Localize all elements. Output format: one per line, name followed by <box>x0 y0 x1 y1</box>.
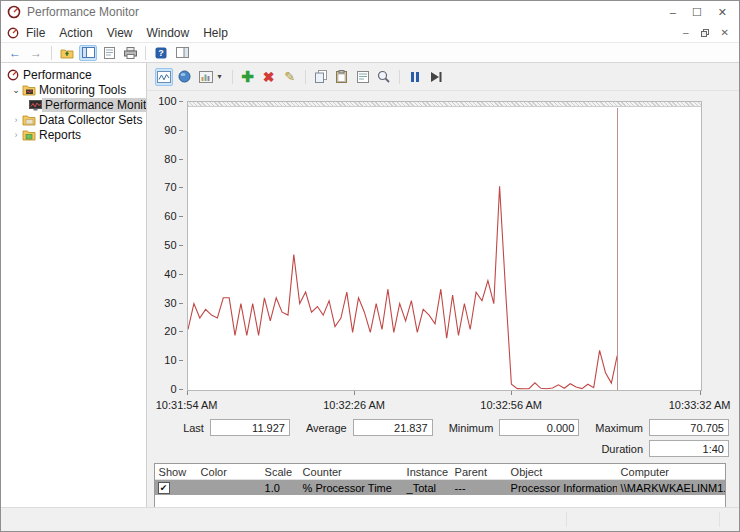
column-header-scale[interactable]: Scale <box>261 464 299 479</box>
tree-item-performance[interactable]: Performance <box>1 68 146 82</box>
x-axis: 10:31:54 AM 10:32:26 AM 10:32:56 AM 10:3… <box>187 396 702 410</box>
x-tick-label: 10:31:54 AM <box>156 399 218 411</box>
y-tick-label: 0 <box>153 383 177 395</box>
tree-item-data-collector-sets[interactable]: › Data Collector Sets <box>1 113 146 127</box>
show-console-tree-icon[interactable] <box>79 45 97 61</box>
update-data-icon[interactable] <box>427 68 445 86</box>
tree-item-performance-monitor[interactable]: Performance Monitor <box>1 98 146 112</box>
back-icon[interactable]: ← <box>6 45 24 61</box>
plot-area[interactable] <box>187 101 702 391</box>
status-bar <box>1 507 739 531</box>
y-tick-mark <box>179 303 183 304</box>
svg-text:?: ? <box>158 48 164 58</box>
y-tick-mark <box>179 101 183 102</box>
parent-cell: --- <box>451 482 507 494</box>
toolbar-separator <box>232 70 233 84</box>
column-header-instance[interactable]: Instance <box>403 464 451 479</box>
menu-window[interactable]: Window <box>140 24 197 42</box>
data-collector-sets-icon <box>21 114 36 126</box>
computer-cell: \\MARKWKAELINM1... <box>617 482 725 494</box>
maximum-label: Maximum <box>595 422 643 434</box>
x-tick-label: 10:32:26 AM <box>323 399 385 411</box>
y-tick-mark <box>179 245 183 246</box>
print-icon[interactable] <box>121 45 139 61</box>
chart-canvas <box>188 102 701 390</box>
highlight-icon[interactable]: ✎ <box>281 68 299 86</box>
chevron-right-icon[interactable]: › <box>11 130 21 140</box>
tree-item-label: Performance Monitor <box>42 98 147 112</box>
x-tick-mark <box>354 391 355 395</box>
y-tick-label: 40 <box>153 268 177 280</box>
y-tick-mark <box>179 274 183 275</box>
y-tick-label: 90 <box>153 124 177 136</box>
change-graph-type-icon[interactable] <box>197 68 215 86</box>
tree-item-label: Data Collector Sets <box>36 113 145 127</box>
counter-cell: % Processor Time <box>299 482 403 494</box>
zoom-icon[interactable] <box>375 68 393 86</box>
column-header-object[interactable]: Object <box>507 464 617 479</box>
tree-item-reports[interactable]: › Reports <box>1 128 146 142</box>
duration-label: Duration <box>601 443 643 455</box>
mdi-restore-button[interactable] <box>701 29 709 37</box>
menu-action[interactable]: Action <box>52 24 99 42</box>
maximize-button[interactable]: ☐ <box>692 6 702 19</box>
last-label: Last <box>183 422 204 434</box>
show-cell: ✔ <box>155 482 197 494</box>
window-title: Performance Monitor <box>27 5 670 19</box>
mdi-app-icon <box>7 27 19 39</box>
menu-file[interactable]: File <box>19 24 52 42</box>
paste-counter-list-icon[interactable] <box>333 68 351 86</box>
freeze-display-icon[interactable] <box>406 68 424 86</box>
status-divider <box>566 512 567 527</box>
help-icon[interactable]: ? <box>152 45 170 61</box>
add-counter-icon[interactable]: ✚ <box>239 68 257 86</box>
delete-counter-icon[interactable]: ✖ <box>260 68 278 86</box>
show-checkbox[interactable]: ✔ <box>158 482 170 494</box>
y-tick-mark <box>179 360 183 361</box>
column-header-computer[interactable]: Computer <box>617 464 725 479</box>
chevron-down-icon[interactable]: ⌄ <box>11 85 21 95</box>
properties-icon[interactable] <box>354 68 372 86</box>
column-header-show[interactable]: Show <box>155 464 197 479</box>
view-current-activity-icon[interactable] <box>155 68 173 86</box>
title-bar: Performance Monitor – ☐ ✕ <box>1 1 739 23</box>
export-list-icon[interactable] <box>100 45 118 61</box>
forward-icon[interactable]: → <box>27 45 45 61</box>
chevron-right-icon[interactable]: › <box>11 115 21 125</box>
counter-table: Show Color Scale Counter Instance Parent… <box>154 463 726 508</box>
stats-bar: Last 11.927 Average 21.837 Minimum 0.000… <box>173 419 729 457</box>
mdi-close-button[interactable]: ✕ <box>721 27 729 38</box>
graph-type-dropdown-icon[interactable]: ▾ <box>218 72 226 81</box>
minimum-value: 0.000 <box>499 419 579 436</box>
mdi-minimize-button[interactable]: – <box>683 27 689 38</box>
column-header-color[interactable]: Color <box>197 464 261 479</box>
column-header-parent[interactable]: Parent <box>451 464 507 479</box>
view-log-data-icon[interactable] <box>176 68 194 86</box>
y-tick-mark <box>179 331 183 332</box>
show-action-pane-icon[interactable] <box>173 45 191 61</box>
monitoring-tools-icon <box>21 84 36 96</box>
counter-row[interactable]: ✔ 1.0 % Processor Time _Total --- Proces… <box>155 480 725 495</box>
close-button[interactable]: ✕ <box>718 6 727 19</box>
x-tick-label: 10:32:56 AM <box>480 399 542 411</box>
up-folder-icon[interactable] <box>58 45 76 61</box>
menu-view[interactable]: View <box>100 24 140 42</box>
y-tick-label: 10 <box>153 354 177 366</box>
y-tick-label: 20 <box>153 325 177 337</box>
tree-item-monitoring-tools[interactable]: ⌄ Monitoring Tools <box>1 83 146 97</box>
performance-monitor-window: Performance Monitor – ☐ ✕ File Action Vi… <box>0 0 740 532</box>
current-position-line <box>617 108 618 390</box>
console-tree: Performance ⌄ Monitoring Tools <box>1 63 147 509</box>
tree-item-label: Monitoring Tools <box>36 83 129 97</box>
y-tick-label: 70 <box>153 181 177 193</box>
y-tick-label: 50 <box>153 239 177 251</box>
copy-properties-icon[interactable] <box>312 68 330 86</box>
tree-item-label: Reports <box>36 128 84 142</box>
y-tick-mark <box>179 187 183 188</box>
menu-help[interactable]: Help <box>196 24 235 42</box>
toolbar-separator <box>51 46 52 60</box>
column-header-counter[interactable]: Counter <box>299 464 403 479</box>
average-label: Average <box>306 422 347 434</box>
y-tick-label: 80 <box>153 153 177 165</box>
minimize-button[interactable]: – <box>670 6 676 19</box>
